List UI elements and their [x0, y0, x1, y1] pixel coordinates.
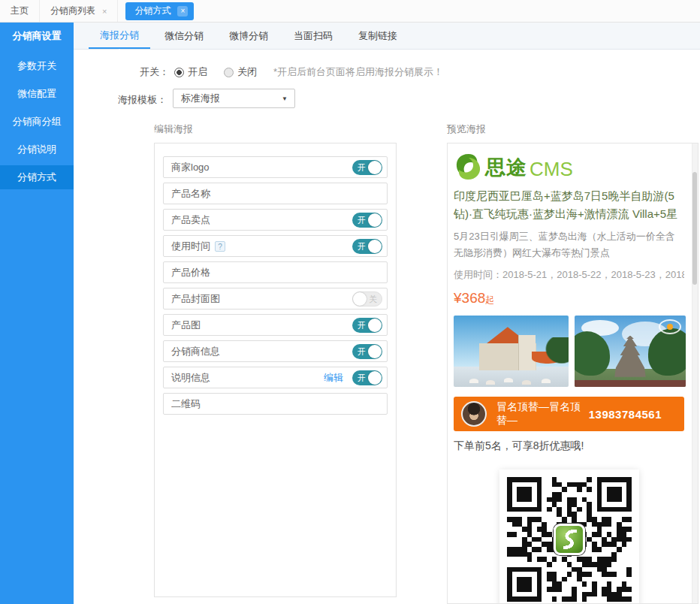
- toggle-switch[interactable]: 开: [352, 344, 382, 359]
- poster-image-beach-house: [454, 316, 569, 387]
- poster-preview-panel: 思途 CMS 印度尼西亚巴厘岛+蓝梦岛7日5晚半自助游(5钻)·直飞纯玩惠·蓝梦…: [447, 143, 698, 604]
- toggle-switch[interactable]: 关: [352, 291, 382, 307]
- editor-row: 产品名称: [163, 183, 388, 204]
- radio-on[interactable]: 开启: [174, 65, 207, 79]
- price-suffix: 起: [485, 294, 494, 305]
- usage-time: 使用时间：2018-5-21，2018-5-22，2018-5-23，2018-…: [454, 268, 684, 282]
- module-tab-bar: 海报分销 微信分销 微博分销 当面扫码 复制链接: [74, 23, 700, 50]
- price-value: 368: [462, 290, 486, 306]
- toggle-switch[interactable]: 开: [352, 318, 382, 333]
- editor-section-title: 编辑海报: [154, 122, 193, 136]
- distributor-name: 冒名顶替—冒名顶替—: [496, 400, 589, 427]
- switch-radio-group: 开启 关闭 *开启后前台页面将启用海报分销展示！: [174, 65, 443, 79]
- editor-row-label: 产品卖点: [171, 213, 210, 227]
- switch-note: *开启后前台页面将启用海报分销展示！: [273, 65, 443, 79]
- distributor-avatar: [461, 401, 487, 427]
- toggle-knob: [368, 345, 382, 358]
- watermark-icon: [659, 319, 681, 334]
- chevron-down-icon: ▼: [282, 90, 288, 108]
- preview-section-title: 预览海报: [447, 122, 486, 136]
- window-tab-distributor-list[interactable]: 分销商列表 ×: [40, 0, 118, 22]
- sub-header-bar: 分销商设置 海报分销 微信分销 微博分销 当面扫码 复制链接: [0, 23, 700, 50]
- radio-off[interactable]: 关闭: [224, 65, 257, 79]
- toggle-state-label: 开: [358, 162, 366, 173]
- radio-on-label: 开启: [188, 65, 207, 79]
- switch-label: 开关：: [74, 65, 169, 79]
- logo-brand-text: 思途: [485, 154, 527, 181]
- editor-row: 产品价格: [163, 261, 388, 283]
- editor-row: 说明信息 编辑 开: [163, 367, 388, 388]
- app-window: 主页 分销商列表 × 分销方式 × 分销商设置 海报分销 微信分销 微博分销 当…: [0, 0, 700, 604]
- editor-row-label: 产品名称: [171, 187, 210, 201]
- toggle-state-label: 开: [358, 319, 366, 331]
- sidebar-item-wechat-config[interactable]: 微信配置: [0, 82, 74, 106]
- editor-row-label: 使用时间: [171, 240, 210, 253]
- product-title: 印度尼西亚巴厘岛+蓝梦岛7日5晚半自助游(5钻)·直飞纯玩惠·蓝梦出海+激情漂流…: [454, 187, 684, 223]
- toggle-knob: [368, 319, 382, 332]
- radio-off-label: 关闭: [237, 65, 257, 79]
- poster-template-select[interactable]: 标准海报 ▼: [173, 89, 295, 108]
- tab-weibo-distribution[interactable]: 微博分销: [218, 23, 279, 49]
- leaf-swirl-icon: [556, 526, 583, 553]
- window-tab-bar: 主页 分销商列表 × 分销方式 ×: [0, 0, 700, 23]
- toggle-knob: [368, 371, 382, 385]
- sidebar-item-param-switch[interactable]: 参数开关: [0, 54, 74, 78]
- qr-code: [499, 470, 639, 604]
- tab-face-scan[interactable]: 当面扫码: [282, 23, 344, 49]
- toggle-knob: [368, 161, 382, 174]
- tab-copy-link[interactable]: 复制链接: [347, 23, 409, 49]
- close-icon[interactable]: ×: [177, 6, 188, 17]
- distributor-bar: 冒名顶替—冒名顶替— 13983784561: [454, 397, 684, 431]
- sidebar-item-distribution-mode[interactable]: 分销方式: [0, 165, 74, 189]
- tab-poster-distribution[interactable]: 海报分销: [89, 23, 150, 49]
- toggle-state-label: 开: [358, 372, 366, 383]
- editor-row: 产品图 开: [163, 314, 388, 336]
- promo-note: 下单前5名，可享8折优惠哦!: [454, 439, 684, 453]
- main-content: 开关： 开启 关闭 *开启后前台页面将启用海报分销展示！ 海报模板： 标准海报 …: [74, 50, 700, 604]
- radio-unselected-icon: [224, 68, 234, 77]
- price-symbol: ¥: [454, 290, 462, 306]
- poster-template-value: 标准海报: [181, 92, 220, 104]
- toggle-knob: [353, 292, 367, 306]
- help-icon[interactable]: ?: [215, 241, 225, 252]
- toggle-state-label: 开: [358, 240, 366, 252]
- window-tab-home[interactable]: 主页: [0, 0, 40, 22]
- editor-row: 二维码: [163, 393, 388, 415]
- window-tab-label: 分销商列表: [50, 5, 95, 17]
- editor-row-list: 商家logo 开 产品名称 产品卖点 开 使用时间 ?: [163, 156, 388, 415]
- toggle-knob: [368, 240, 382, 253]
- leaf-swirl-icon: [454, 153, 482, 181]
- editor-row: 使用时间 ? 开: [163, 235, 388, 257]
- product-image-row: [454, 316, 684, 387]
- scrollbar-thumb[interactable]: [692, 172, 697, 285]
- edit-link[interactable]: 编辑: [324, 371, 343, 385]
- toggle-state-label: 开: [358, 214, 366, 225]
- close-icon[interactable]: ×: [102, 7, 107, 16]
- window-tab-label: 主页: [11, 5, 29, 17]
- editor-row-label: 商家logo: [171, 161, 210, 174]
- toggle-switch[interactable]: 开: [352, 160, 382, 175]
- product-price: ¥368起: [454, 290, 684, 307]
- poster-editor-panel: 商家logo 开 产品名称 产品卖点 开 使用时间 ?: [154, 143, 397, 597]
- editor-row: 产品封面图 关: [163, 288, 388, 310]
- template-label: 海报模板：: [74, 93, 167, 107]
- editor-row-label: 产品价格: [171, 266, 210, 279]
- toggle-switch[interactable]: 开: [352, 370, 382, 385]
- toggle-switch[interactable]: 开: [352, 213, 382, 228]
- toggle-state-label: 关: [369, 293, 377, 304]
- toggle-knob: [368, 213, 382, 227]
- editor-row: 产品卖点 开: [163, 209, 388, 231]
- window-tab-distribution-mode[interactable]: 分销方式 ×: [125, 2, 194, 20]
- toggle-switch[interactable]: 开: [352, 239, 382, 254]
- sidebar-header: 分销商设置: [0, 23, 74, 50]
- preview-scrollbar[interactable]: [692, 143, 698, 603]
- toggle-state-label: 开: [358, 346, 366, 357]
- editor-row-label: 产品封面图: [171, 292, 220, 306]
- sidebar-item-distributor-group[interactable]: 分销商分组: [0, 110, 74, 134]
- qr-center-logo: [554, 524, 585, 555]
- tab-wechat-distribution[interactable]: 微信分销: [153, 23, 215, 49]
- sidebar-item-distribution-notes[interactable]: 分销说明: [0, 137, 74, 162]
- editor-row-label: 二维码: [171, 397, 201, 411]
- distributor-phone: 13983784561: [589, 408, 662, 421]
- logo-suffix-text: CMS: [530, 158, 573, 181]
